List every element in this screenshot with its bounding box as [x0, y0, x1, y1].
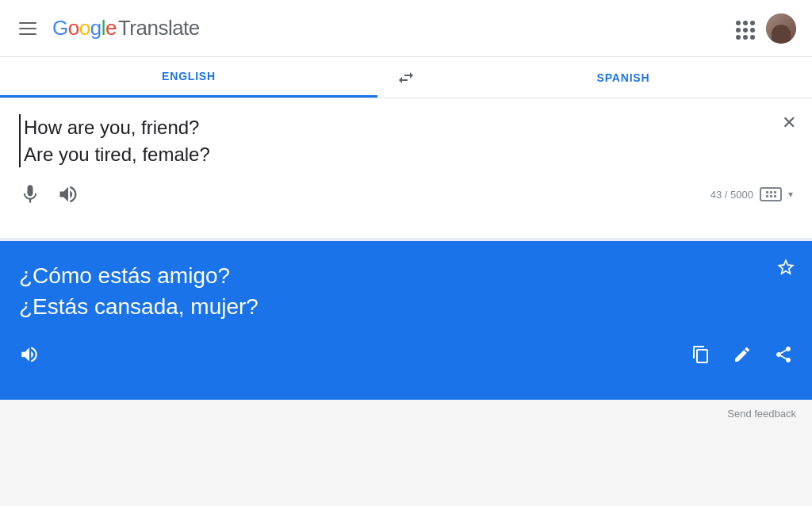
- logo-letter-e: e: [105, 16, 117, 40]
- feedback-bar: Send feedback: [0, 400, 812, 427]
- source-text-line2: Are you tired, female?: [24, 141, 793, 168]
- grid-dot: [750, 21, 755, 25]
- char-count-label: 43 / 5000: [710, 189, 753, 201]
- grid-dot: [743, 28, 748, 33]
- output-speaker-button[interactable]: [19, 344, 40, 365]
- copy-translation-button[interactable]: [691, 345, 710, 364]
- grid-dot: [743, 21, 748, 25]
- speaker-icon: [57, 183, 79, 205]
- output-left-icons: [19, 344, 40, 365]
- language-bar: ENGLISH SPANISH: [0, 57, 812, 98]
- logo-letter-o1: o: [68, 16, 79, 40]
- translation-output-area: ¿Cómo estás amigo? ¿Estás cansada, mujer…: [0, 241, 812, 400]
- dropdown-arrow-icon[interactable]: ▾: [788, 189, 793, 200]
- grid-dot: [736, 35, 741, 40]
- swap-icon: [396, 68, 416, 87]
- swap-languages-button[interactable]: [377, 68, 435, 87]
- translated-text: ¿Cómo estás amigo? ¿Estás cansada, mujer…: [19, 260, 793, 322]
- source-text-line1: How are you, friend?: [24, 114, 793, 141]
- clear-source-button[interactable]: ✕: [782, 113, 796, 133]
- translated-text-line2: ¿Estás cansada, mujer?: [19, 291, 793, 322]
- target-language-label: SPANISH: [597, 71, 650, 84]
- save-translation-button[interactable]: [776, 257, 796, 278]
- send-feedback-link[interactable]: Send feedback: [727, 408, 796, 420]
- source-text[interactable]: How are you, friend? Are you tired, fema…: [19, 114, 793, 167]
- input-footer: 43 / 5000 ▾: [19, 183, 793, 205]
- output-right-icons: [691, 345, 793, 364]
- logo-translate: Translate: [118, 16, 200, 40]
- account-avatar[interactable]: [766, 13, 796, 44]
- microphone-icon: [19, 183, 41, 205]
- avatar-image: [766, 13, 796, 44]
- header-right: [734, 13, 796, 44]
- star-icon: [776, 257, 796, 278]
- grid-dot: [750, 28, 755, 33]
- output-footer: [19, 344, 793, 365]
- copy-icon: [691, 345, 710, 364]
- grid-dot: [736, 28, 741, 33]
- app-logo: GoogleTranslate: [52, 16, 200, 40]
- keyboard-icon: [760, 187, 782, 201]
- menu-button[interactable]: [16, 19, 40, 38]
- logo-letter-o2: o: [79, 16, 90, 40]
- edit-icon: [733, 345, 752, 364]
- char-count-area: 43 / 5000 ▾: [710, 187, 793, 201]
- header-left: GoogleTranslate: [16, 16, 200, 40]
- logo-letter-g: G: [52, 16, 68, 40]
- avatar-silhouette: [772, 25, 791, 44]
- grid-dot: [736, 21, 741, 25]
- microphone-button[interactable]: [19, 183, 41, 205]
- grid-dot: [743, 35, 748, 40]
- logo-letter-g2: g: [90, 16, 102, 40]
- source-language-label: ENGLISH: [162, 70, 216, 82]
- translated-text-line1: ¿Cómo estás amigo?: [19, 260, 793, 291]
- share-translation-button[interactable]: [774, 345, 793, 364]
- text-to-speech-button[interactable]: [57, 183, 79, 205]
- google-apps-button[interactable]: [734, 19, 753, 38]
- source-language-button[interactable]: ENGLISH: [0, 57, 377, 98]
- input-icons: [19, 183, 79, 205]
- source-input-area: How are you, friend? Are you tired, fema…: [0, 98, 812, 241]
- edit-translation-button[interactable]: [733, 345, 752, 364]
- share-icon: [774, 345, 793, 364]
- target-language-button[interactable]: SPANISH: [435, 57, 812, 98]
- header: GoogleTranslate: [0, 0, 812, 57]
- grid-dot: [750, 35, 755, 40]
- output-speaker-icon: [19, 344, 40, 365]
